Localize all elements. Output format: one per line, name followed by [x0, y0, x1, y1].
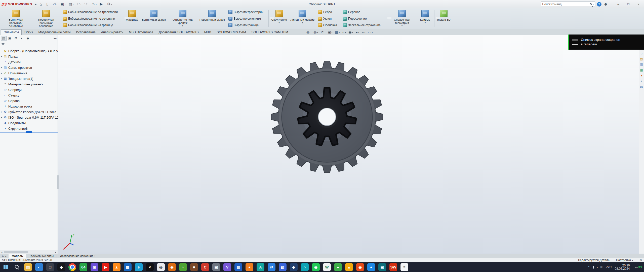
start-button[interactable] — [2, 263, 10, 271]
brown-app-icon[interactable]: ■ — [190, 263, 198, 271]
hole-wizard-button[interactable]: Отверстие под крепеж ▾ — [168, 9, 197, 28]
expand-arrow-icon[interactable]: ▸ — [0, 111, 3, 113]
status-caret-icon[interactable]: ▴ — [632, 259, 633, 261]
tree-item[interactable]: ▸ ▥ Связь проектов — [0, 65, 58, 70]
view-orientation-icon[interactable]: ▦ ▾ — [334, 30, 340, 35]
tree-item[interactable]: ▱ Спереди — [0, 87, 58, 92]
featuremanager-tab[interactable]: ▤ — [1, 36, 7, 41]
dropdown-caret-icon[interactable]: ▾ — [339, 31, 340, 33]
move-button[interactable]: Перенос ▾ — [341, 9, 384, 15]
navy-app-icon[interactable]: ◆ — [290, 263, 298, 271]
scroll-left-icon[interactable]: ◂ — [0, 251, 4, 253]
search-input[interactable] — [542, 3, 590, 6]
rollback-bar[interactable] — [0, 132, 58, 132]
boundary-boss-button[interactable]: Бобышка/основание на границе ▾ — [61, 22, 122, 28]
command-manager-tab[interactable]: Исправление — [73, 29, 98, 35]
open-button[interactable]: ▱ ▾ — [52, 1, 59, 7]
view-settings-icon[interactable]: ▭ ▾ — [367, 30, 373, 35]
expand-arrow-icon[interactable]: ▸ — [0, 66, 3, 69]
red-c-app-icon[interactable]: C — [201, 263, 209, 271]
view-palette-icon[interactable]: ▦ — [639, 68, 643, 72]
dropdown-caret-icon[interactable]: ▾ — [352, 31, 353, 33]
print-button[interactable]: ▤ ▾ — [68, 1, 75, 7]
sync-app-icon[interactable]: ⇄ — [268, 263, 275, 271]
zoom-area-icon[interactable]: ◎ ▾ — [313, 30, 318, 35]
youtube-app-icon[interactable]: ▶ — [102, 263, 109, 271]
purple-circle-app-icon[interactable]: ◉ — [91, 263, 98, 271]
draft-button[interactable]: Уклон ▾ — [316, 15, 341, 22]
rib-button[interactable]: Ребро ▾ — [316, 9, 341, 15]
expand-arrow-icon[interactable]: ▸ — [0, 77, 3, 80]
light-app-icon[interactable]: ◎ — [157, 263, 165, 271]
notification-center-icon[interactable]: ▭ — [633, 264, 635, 270]
section-view-icon[interactable]: ▣ ▾ — [327, 30, 333, 35]
green-leaf-app-icon[interactable]: ◗ — [179, 263, 187, 271]
edit-appearance-icon[interactable]: ● ▾ — [355, 30, 359, 35]
dropdown-caret-icon[interactable]: ▾ — [425, 22, 426, 24]
scroll-thumb[interactable] — [4, 251, 28, 253]
configurationmanager-tab[interactable]: ⚙ — [13, 36, 19, 41]
black-app-icon[interactable]: ◆ — [57, 263, 65, 271]
zoom-fit-icon[interactable]: ◎ ▾ — [306, 30, 311, 35]
orange-dark-app-icon[interactable]: ◆ — [168, 263, 176, 271]
design-library-icon[interactable]: ▤ — [639, 57, 643, 61]
scroll-track[interactable] — [4, 250, 54, 254]
panel-nav-right-icon[interactable]: ▸ — [55, 37, 57, 40]
torch-app-icon[interactable]: ▲ — [345, 263, 353, 271]
extruded-cut-button[interactable]: Вытянутый вырез ▾ — [140, 9, 167, 28]
dark-window-app-icon[interactable]: □ — [46, 263, 54, 271]
expand-arrow-icon[interactable]: ▸ — [0, 55, 3, 58]
expand-arrow-icon[interactable]: ▸ — [0, 72, 3, 74]
lofted-boss-button[interactable]: Бобышка/основание по сечениям ▾ — [61, 15, 122, 22]
language-indicator[interactable]: РУС — [606, 265, 612, 269]
battery-icon[interactable]: ▮ — [593, 265, 594, 269]
dropdown-caret-icon[interactable]: ▾ — [302, 22, 303, 24]
hide-show-items-icon[interactable]: ◉ ▾ — [348, 30, 353, 35]
dropdown-caret-icon[interactable]: ▾ — [401, 25, 403, 27]
help-icon[interactable]: ? — [597, 2, 601, 7]
revolved-boss-button[interactable]: Повернутая бобышка/основание ▾ — [31, 9, 61, 28]
filter-funnel-icon[interactable] — [2, 43, 5, 45]
linear-pattern-button[interactable]: Линейный массив ▾ — [289, 9, 316, 28]
revolved-cut-button[interactable]: Повернутый вырез ▾ — [198, 9, 226, 28]
search-caret-icon[interactable]: ▾ — [593, 3, 594, 5]
menu-flyout-arrow-icon[interactable]: ▸ — [35, 3, 37, 6]
new-document-button[interactable]: ▯ ▾ — [45, 1, 51, 7]
search-button[interactable] — [13, 263, 21, 271]
swept-cut-button[interactable]: Вырез по траектории ▾ — [227, 9, 267, 15]
dropdown-caret-icon[interactable]: ▾ — [317, 31, 318, 33]
edge-app-icon[interactable]: e — [135, 263, 143, 271]
tree-item[interactable]: ▱ Справа — [0, 98, 58, 104]
custom-properties-icon[interactable]: ▧ — [639, 85, 643, 89]
command-manager-tab[interactable]: Эскиз — [22, 29, 35, 35]
dropdown-caret-icon[interactable]: ▾ — [279, 22, 280, 24]
appearances-icon[interactable]: ● — [639, 74, 643, 78]
restore-button[interactable]: □ — [623, 0, 633, 8]
command-manager-tab[interactable]: SOLIDWORKS CAM — [214, 29, 249, 35]
expand-arrow-icon[interactable]: ▸ — [0, 116, 3, 119]
volume-icon[interactable]: ◖ — [596, 265, 598, 269]
dropdown-caret-icon[interactable]: ▾ — [182, 25, 183, 27]
options-button[interactable]: ⚙ ▾ — [106, 1, 113, 7]
x-app-icon[interactable]: × — [146, 263, 154, 271]
solidworks-app-icon[interactable]: SW — [389, 263, 397, 271]
tab-layout-icon[interactable]: ▤ — [2, 255, 4, 257]
tree-item[interactable]: ◆ Соединить1 — [0, 120, 58, 126]
tree-item[interactable]: ◔ Датчики — [0, 59, 58, 65]
orange-circle-app-icon[interactable]: ● — [246, 263, 253, 271]
status-custom-toolbar[interactable]: Настройка ▴ — [616, 258, 633, 262]
previous-view-icon[interactable]: ↺ ▾ — [320, 30, 326, 35]
teal-rings-app-icon[interactable]: ○ — [301, 263, 309, 271]
dimxpert-tab[interactable]: ◐ — [19, 36, 25, 41]
select-button[interactable]: ↖ ▾ — [91, 1, 98, 7]
dropdown-caret-icon[interactable]: ▾ — [331, 31, 332, 33]
green-circle-app-icon[interactable]: ● — [334, 263, 342, 271]
file-explorer-app-icon[interactable]: ▤ — [24, 263, 32, 271]
screenshot-toast[interactable]: Снимок экрана сохранен в галерею — [568, 35, 644, 50]
blue-app-icon[interactable]: ▧ — [279, 263, 287, 271]
tree-item[interactable]: ▸ A Примечания — [0, 70, 58, 76]
gray-app-icon[interactable]: ▣ — [212, 263, 220, 271]
command-manager-tab[interactable]: MBD Dimensions — [126, 29, 156, 35]
tree-item[interactable]: ▱ Сверху — [0, 92, 58, 98]
panel-splitter-handle[interactable] — [57, 175, 59, 189]
